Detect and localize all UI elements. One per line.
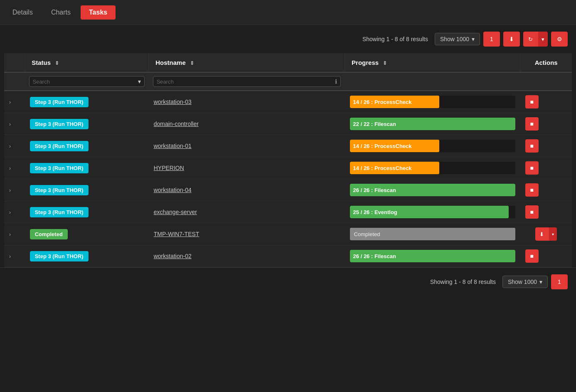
- info-icon: ℹ: [335, 78, 337, 85]
- stop-btn[interactable]: ■: [525, 139, 539, 153]
- hostname-link[interactable]: workstation-02: [154, 253, 192, 259]
- expand-cell[interactable]: ›: [4, 113, 25, 135]
- tabs-bar: Details Charts Tasks: [0, 0, 576, 25]
- progress-bar-wrap: 14 / 26 : ProcessCheck: [350, 140, 515, 152]
- hostname-link[interactable]: domain-controller: [154, 121, 199, 127]
- progress-label: 14 / 26 : ProcessCheck: [353, 99, 412, 105]
- refresh-btn[interactable]: ↻: [523, 32, 538, 47]
- progress-cell: 26 / 26 : Filescan: [345, 245, 520, 267]
- expand-icon[interactable]: ›: [9, 232, 11, 237]
- col-header-status[interactable]: Status ⇕: [25, 53, 149, 72]
- status-badge: Step 3 (Run THOR): [30, 185, 89, 195]
- settings-btn[interactable]: ⚙: [551, 32, 568, 47]
- progress-bar-wrap: 25 / 26 : Eventlog: [350, 206, 515, 218]
- tasks-table: Status ⇕ Hostname ⇕ Progress ⇕ Actions: [4, 53, 572, 267]
- table-row: ›CompletedTMP-WIN7-TESTCompleted ⬇ ▾: [4, 223, 572, 245]
- progress-cell: 14 / 26 : ProcessCheck: [345, 91, 520, 113]
- progress-bar-wrap: 22 / 22 : Filescan: [350, 118, 515, 130]
- expand-cell[interactable]: ›: [4, 179, 25, 201]
- download-btn[interactable]: ⬇: [503, 32, 520, 47]
- status-cell: Step 3 (Run THOR): [25, 91, 149, 113]
- progress-cell: 14 / 26 : ProcessCheck: [345, 157, 520, 179]
- col-header-hostname[interactable]: Hostname ⇕: [149, 53, 345, 72]
- hostname-link[interactable]: exchange-server: [154, 209, 197, 215]
- tab-charts[interactable]: Charts: [43, 5, 79, 20]
- expand-icon[interactable]: ›: [9, 99, 11, 105]
- showing-text-top: Showing 1 - 8 of 8 results: [362, 36, 428, 42]
- expand-cell[interactable]: ›: [4, 135, 25, 157]
- hostname-search-input[interactable]: [157, 79, 332, 85]
- stop-btn[interactable]: ■: [525, 161, 539, 175]
- show-count-dropdown-top[interactable]: Show 1000 ▾: [435, 33, 480, 45]
- showing-text-bottom: Showing 1 - 8 of 8 results: [430, 279, 496, 285]
- actions-cell: ⬇ ▾: [520, 223, 572, 245]
- download-action-btn[interactable]: ⬇: [535, 227, 549, 241]
- status-badge: Step 3 (Run THOR): [30, 97, 89, 107]
- filter-expand-cell: [4, 72, 25, 91]
- download-icon: ⬇: [509, 36, 514, 42]
- hostname-cell: exchange-server: [149, 201, 345, 223]
- expand-icon[interactable]: ›: [9, 254, 11, 259]
- hostname-cell: domain-controller: [149, 113, 345, 135]
- filter-status-cell: ▾: [25, 72, 149, 91]
- progress-cell: 22 / 22 : Filescan: [345, 113, 520, 135]
- table-row: ›Step 3 (Run THOR)workstation-01 14 / 26…: [4, 135, 572, 157]
- expand-cell[interactable]: ›: [4, 245, 25, 267]
- table-row: ›Step 3 (Run THOR)exchange-server 25 / 2…: [4, 201, 572, 223]
- hostname-link[interactable]: workstation-04: [154, 187, 192, 193]
- page-number-btn-top[interactable]: 1: [483, 32, 500, 47]
- hostname-cell: HYPERION: [149, 157, 345, 179]
- stop-btn[interactable]: ■: [525, 117, 539, 131]
- progress-cell: 14 / 26 : ProcessCheck: [345, 135, 520, 157]
- hostname-cell: workstation-03: [149, 91, 345, 113]
- expand-icon[interactable]: ›: [9, 121, 11, 127]
- stop-btn[interactable]: ■: [525, 249, 539, 263]
- status-badge: Step 3 (Run THOR): [30, 251, 89, 261]
- progress-cell: 25 / 26 : Eventlog: [345, 201, 520, 223]
- page-number-btn-bottom[interactable]: 1: [551, 274, 568, 289]
- status-search-input[interactable]: [33, 79, 135, 85]
- expand-cell[interactable]: ›: [4, 223, 25, 245]
- expand-icon[interactable]: ›: [9, 165, 11, 171]
- status-cell: Step 3 (Run THOR): [25, 135, 149, 157]
- tab-details[interactable]: Details: [4, 5, 41, 20]
- col-header-progress[interactable]: Progress ⇕: [345, 53, 520, 72]
- table-row: ›Step 3 (Run THOR)HYPERION 14 / 26 : Pro…: [4, 157, 572, 179]
- stop-btn[interactable]: ■: [525, 183, 539, 197]
- tab-tasks[interactable]: Tasks: [81, 5, 116, 20]
- expand-cell[interactable]: ›: [4, 201, 25, 223]
- status-badge: Step 3 (Run THOR): [30, 119, 89, 129]
- progress-bar-wrap: 26 / 26 : Filescan: [350, 184, 515, 196]
- progress-completed: Completed: [350, 228, 515, 240]
- top-toolbar: Showing 1 - 8 of 8 results Show 1000 ▾ 1…: [0, 25, 576, 53]
- hostname-link[interactable]: workstation-01: [154, 143, 192, 149]
- show-count-dropdown-bottom[interactable]: Show 1000 ▾: [502, 276, 548, 288]
- expand-icon[interactable]: ›: [9, 143, 11, 149]
- status-filter-wrap: ▾: [29, 76, 145, 87]
- progress-cell: 26 / 26 : Filescan: [345, 179, 520, 201]
- expand-cell[interactable]: ›: [4, 91, 25, 113]
- progress-cell: Completed: [345, 223, 520, 245]
- stop-btn[interactable]: ■: [525, 95, 539, 108]
- expand-icon[interactable]: ›: [9, 210, 11, 215]
- status-filter-dropdown-icon[interactable]: ▾: [138, 78, 141, 85]
- hostname-cell: workstation-01: [149, 135, 345, 157]
- table-row: ›Step 3 (Run THOR)domain-controller 22 /…: [4, 113, 572, 135]
- hostname-link[interactable]: HYPERION: [154, 165, 184, 171]
- expand-cell[interactable]: ›: [4, 157, 25, 179]
- status-badge: Step 3 (Run THOR): [30, 207, 89, 217]
- hostname-link[interactable]: workstation-03: [154, 99, 192, 105]
- refresh-dropdown-btn[interactable]: ▾: [538, 32, 548, 47]
- filter-row: ▾ ℹ: [4, 72, 572, 91]
- status-cell: Step 3 (Run THOR): [25, 245, 149, 267]
- col-header-expand: [4, 53, 25, 72]
- hostname-link[interactable]: TMP-WIN7-TEST: [154, 231, 199, 237]
- status-cell: Step 3 (Run THOR): [25, 113, 149, 135]
- col-header-actions: Actions: [520, 53, 572, 72]
- download-dropdown-btn[interactable]: ▾: [549, 227, 557, 241]
- expand-icon[interactable]: ›: [9, 187, 11, 193]
- progress-label: 26 / 26 : Filescan: [353, 187, 396, 193]
- chevron-down-icon-bottom: ▾: [539, 279, 542, 285]
- download-split-btn: ⬇ ▾: [535, 227, 557, 241]
- stop-btn[interactable]: ■: [525, 205, 539, 219]
